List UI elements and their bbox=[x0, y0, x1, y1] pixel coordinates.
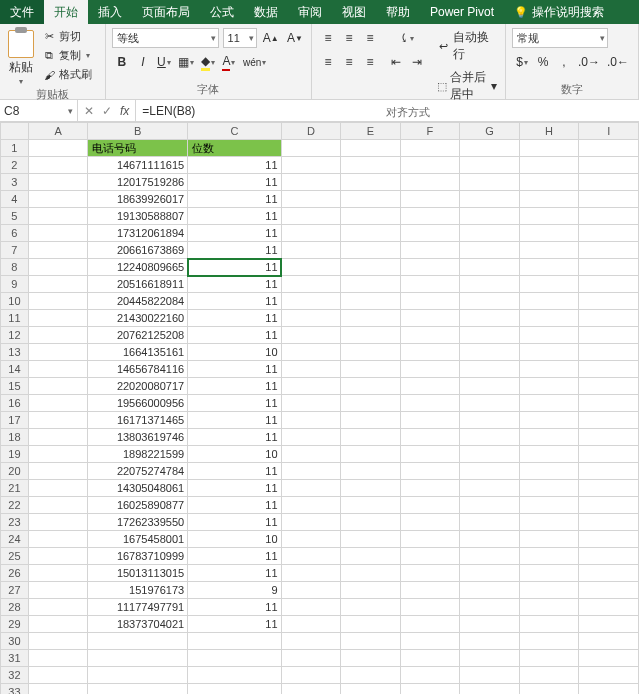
row-header-17[interactable]: 17 bbox=[1, 412, 29, 429]
align-right-button[interactable]: ≡ bbox=[360, 52, 380, 72]
cell-G7[interactable] bbox=[460, 242, 520, 259]
cell-B4[interactable]: 18639926017 bbox=[88, 191, 188, 208]
cell-H12[interactable] bbox=[519, 327, 579, 344]
cell-E14[interactable] bbox=[341, 361, 401, 378]
cell-A21[interactable] bbox=[28, 480, 88, 497]
cell-C20[interactable]: 11 bbox=[188, 463, 281, 480]
cell-B15[interactable]: 22020080717 bbox=[88, 378, 188, 395]
cell-E26[interactable] bbox=[341, 565, 401, 582]
cut-button[interactable]: ✂剪切 bbox=[40, 28, 94, 45]
cell-E2[interactable] bbox=[341, 157, 401, 174]
cell-I30[interactable] bbox=[579, 633, 639, 650]
cell-G10[interactable] bbox=[460, 293, 520, 310]
cell-C11[interactable]: 11 bbox=[188, 310, 281, 327]
orientation-button[interactable]: ⤹▾ bbox=[386, 28, 427, 48]
col-header-A[interactable]: A bbox=[28, 123, 88, 140]
cell-A11[interactable] bbox=[28, 310, 88, 327]
cell-C18[interactable]: 11 bbox=[188, 429, 281, 446]
tab-review[interactable]: 审阅 bbox=[288, 0, 332, 24]
cell-B33[interactable] bbox=[88, 684, 188, 695]
number-format-combo[interactable]: 常规 bbox=[512, 28, 608, 48]
cell-C22[interactable]: 11 bbox=[188, 497, 281, 514]
cell-I18[interactable] bbox=[579, 429, 639, 446]
cell-E9[interactable] bbox=[341, 276, 401, 293]
cell-F26[interactable] bbox=[400, 565, 460, 582]
cell-B19[interactable]: 1898221599 bbox=[88, 446, 188, 463]
cell-H22[interactable] bbox=[519, 497, 579, 514]
row-header-5[interactable]: 5 bbox=[1, 208, 29, 225]
row-header-12[interactable]: 12 bbox=[1, 327, 29, 344]
cell-B18[interactable]: 13803619746 bbox=[88, 429, 188, 446]
font-size-combo[interactable]: 11 bbox=[223, 28, 257, 48]
cell-D22[interactable] bbox=[281, 497, 341, 514]
cell-E13[interactable] bbox=[341, 344, 401, 361]
cell-I17[interactable] bbox=[579, 412, 639, 429]
wrap-text-button[interactable]: ↩自动换行 bbox=[435, 28, 499, 64]
tell-me[interactable]: 操作说明搜索 bbox=[504, 0, 614, 24]
cell-C25[interactable]: 11 bbox=[188, 548, 281, 565]
cell-H32[interactable] bbox=[519, 667, 579, 684]
col-header-H[interactable]: H bbox=[519, 123, 579, 140]
cell-H21[interactable] bbox=[519, 480, 579, 497]
cell-H26[interactable] bbox=[519, 565, 579, 582]
cell-G32[interactable] bbox=[460, 667, 520, 684]
cell-F12[interactable] bbox=[400, 327, 460, 344]
cell-I31[interactable] bbox=[579, 650, 639, 667]
cell-E21[interactable] bbox=[341, 480, 401, 497]
cell-E11[interactable] bbox=[341, 310, 401, 327]
cell-D33[interactable] bbox=[281, 684, 341, 695]
cell-H18[interactable] bbox=[519, 429, 579, 446]
cell-G25[interactable] bbox=[460, 548, 520, 565]
cell-A31[interactable] bbox=[28, 650, 88, 667]
cell-F11[interactable] bbox=[400, 310, 460, 327]
cell-I3[interactable] bbox=[579, 174, 639, 191]
cell-C17[interactable]: 11 bbox=[188, 412, 281, 429]
cell-C6[interactable]: 11 bbox=[188, 225, 281, 242]
cell-H25[interactable] bbox=[519, 548, 579, 565]
italic-button[interactable]: I bbox=[133, 52, 153, 72]
cell-I1[interactable] bbox=[579, 140, 639, 157]
cell-G8[interactable] bbox=[460, 259, 520, 276]
cell-F32[interactable] bbox=[400, 667, 460, 684]
cell-F20[interactable] bbox=[400, 463, 460, 480]
row-header-20[interactable]: 20 bbox=[1, 463, 29, 480]
cell-E5[interactable] bbox=[341, 208, 401, 225]
cell-G18[interactable] bbox=[460, 429, 520, 446]
cell-H28[interactable] bbox=[519, 599, 579, 616]
cell-C24[interactable]: 10 bbox=[188, 531, 281, 548]
cell-C15[interactable]: 11 bbox=[188, 378, 281, 395]
cell-B5[interactable]: 19130588807 bbox=[88, 208, 188, 225]
cell-A15[interactable] bbox=[28, 378, 88, 395]
cell-B28[interactable]: 11177497791 bbox=[88, 599, 188, 616]
cell-C13[interactable]: 10 bbox=[188, 344, 281, 361]
cell-H30[interactable] bbox=[519, 633, 579, 650]
cell-C21[interactable]: 11 bbox=[188, 480, 281, 497]
cell-F22[interactable] bbox=[400, 497, 460, 514]
name-box[interactable]: C8 bbox=[0, 100, 78, 121]
cell-B8[interactable]: 12240809665 bbox=[88, 259, 188, 276]
cell-C32[interactable] bbox=[188, 667, 281, 684]
row-header-23[interactable]: 23 bbox=[1, 514, 29, 531]
decrease-indent-button[interactable]: ⇤ bbox=[386, 52, 406, 72]
cell-E7[interactable] bbox=[341, 242, 401, 259]
cell-I25[interactable] bbox=[579, 548, 639, 565]
align-bottom-button[interactable]: ≡ bbox=[360, 28, 380, 48]
align-left-button[interactable]: ≡ bbox=[318, 52, 338, 72]
cell-C3[interactable]: 11 bbox=[188, 174, 281, 191]
cell-B10[interactable]: 20445822084 bbox=[88, 293, 188, 310]
format-painter-button[interactable]: 🖌格式刷 bbox=[40, 66, 94, 83]
cell-I23[interactable] bbox=[579, 514, 639, 531]
row-header-16[interactable]: 16 bbox=[1, 395, 29, 412]
cell-G33[interactable] bbox=[460, 684, 520, 695]
row-header-19[interactable]: 19 bbox=[1, 446, 29, 463]
cell-I24[interactable] bbox=[579, 531, 639, 548]
cell-E27[interactable] bbox=[341, 582, 401, 599]
cell-G2[interactable] bbox=[460, 157, 520, 174]
row-header-24[interactable]: 24 bbox=[1, 531, 29, 548]
cell-A13[interactable] bbox=[28, 344, 88, 361]
cell-A24[interactable] bbox=[28, 531, 88, 548]
align-center-button[interactable]: ≡ bbox=[339, 52, 359, 72]
cell-A12[interactable] bbox=[28, 327, 88, 344]
row-header-6[interactable]: 6 bbox=[1, 225, 29, 242]
cell-F21[interactable] bbox=[400, 480, 460, 497]
